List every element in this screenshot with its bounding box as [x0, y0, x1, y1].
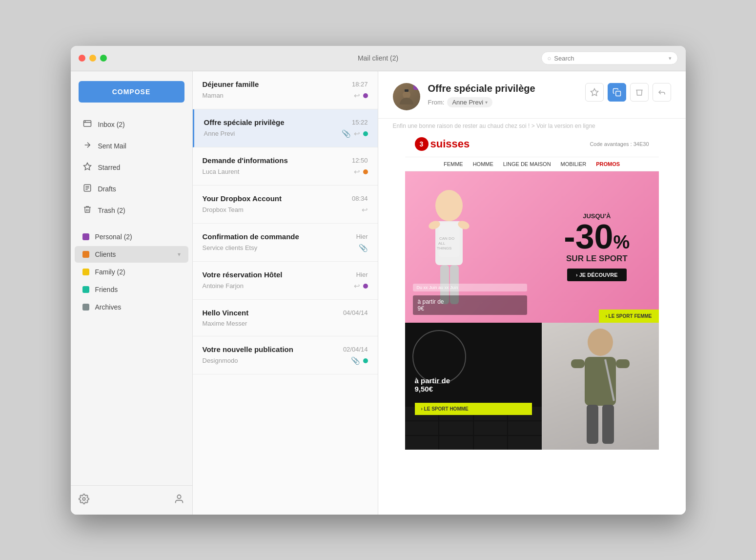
reply-icon: ↩	[354, 167, 360, 176]
svg-rect-23	[585, 357, 616, 406]
email-item[interactable]: Your Dropbox Account 08:34 Dropbox Team …	[193, 186, 378, 224]
personal-dot	[82, 233, 89, 240]
bottom-right	[542, 323, 659, 450]
archives-label: Archives	[95, 303, 122, 311]
reply-icon: ↩	[354, 91, 360, 100]
detail-actions	[585, 83, 671, 102]
sidebar: COMPOSE Inbox (2) Sent Mail	[71, 71, 193, 515]
delete-button[interactable]	[630, 83, 649, 102]
from-label: From:	[428, 99, 445, 106]
archives-dot	[82, 304, 89, 311]
email-from: Antoine Farjon	[203, 282, 244, 290]
minimize-button[interactable]	[89, 55, 96, 62]
sidebar-item-inbox[interactable]: Inbox (2)	[75, 114, 188, 135]
search-input[interactable]	[554, 55, 666, 62]
email-time: 12:50	[352, 157, 368, 164]
nav-homme[interactable]: HOMME	[473, 161, 493, 167]
email-time: 02/04/14	[343, 346, 368, 353]
man-silhouette	[561, 323, 639, 450]
bottom-left: à partir de9,50€ › LE SPORT HOMME	[405, 323, 542, 450]
attachment-icon: 📎	[359, 244, 368, 252]
email-icons: 📎 ↩	[342, 129, 368, 138]
email-from: Maxime Messer	[203, 320, 247, 327]
email-item[interactable]: Votre nouvelle publication 02/04/14 Desi…	[193, 336, 378, 374]
chevron-icon: ▾	[485, 100, 488, 105]
sport-femme-btn[interactable]: › LE SPORT FEMME	[599, 310, 659, 323]
sidebar-item-personal[interactable]: Personal (2)	[75, 228, 188, 245]
sidebar-item-archives[interactable]: Archives	[75, 299, 188, 315]
email-sender: Votre réservation Hôtel	[203, 270, 283, 279]
email-from: Luca Laurent	[203, 168, 240, 175]
email-item[interactable]: Déjeuner famille 18:27 Maman ↩	[193, 71, 378, 109]
email-from: Service clients Etsy	[203, 244, 258, 251]
sport-homme-btn[interactable]: › LE SPORT HOMME	[415, 403, 532, 415]
status-dot	[363, 358, 368, 363]
traffic-lights	[79, 55, 107, 62]
drafts-label: Drafts	[98, 185, 181, 193]
nav-femme[interactable]: FEMME	[444, 161, 463, 167]
family-dot	[82, 269, 89, 275]
email-icons: ↩	[362, 206, 368, 214]
email-from: Maman	[203, 92, 224, 99]
sidebar-item-friends[interactable]: Friends	[75, 281, 188, 298]
email-item[interactable]: Votre réservation Hôtel Hier Antoine Far…	[193, 262, 378, 300]
email-item[interactable]: Demande d'informations 12:50 Luca Lauren…	[193, 147, 378, 186]
email-item[interactable]: Hello Vincent 04/04/14 Maxime Messer	[193, 300, 378, 336]
status-dot	[363, 169, 368, 174]
svg-rect-24	[571, 359, 585, 368]
sidebar-item-drafts[interactable]: Drafts	[75, 179, 188, 199]
trash-label: Trash (2)	[98, 207, 181, 214]
sidebar-item-family[interactable]: Family (2)	[75, 264, 188, 280]
clients-dot	[82, 251, 89, 258]
from-name: Anne Previ	[452, 99, 483, 106]
svg-text:CAN DO: CAN DO	[439, 236, 454, 241]
search-bar[interactable]: ○ ▾	[541, 52, 678, 65]
sidebar-item-trash[interactable]: Trash (2)	[75, 200, 188, 221]
sur-le-sport: SUR LE SPORT	[564, 254, 630, 264]
labels-section: Personal (2) Clients ▾ Family (2) Friend…	[75, 228, 188, 315]
copy-button[interactable]	[608, 83, 626, 102]
email-icons: ↩	[354, 282, 368, 290]
profile-icon[interactable]	[174, 494, 184, 507]
from-pill[interactable]: Anne Previ ▾	[447, 97, 492, 107]
compose-button[interactable]: COMPOSE	[79, 81, 184, 103]
close-button[interactable]	[79, 55, 85, 62]
email-item[interactable]: Offre spéciale privilège 15:22 Anne Prev…	[193, 109, 378, 147]
maximize-button[interactable]	[100, 55, 107, 62]
settings-icon[interactable]	[79, 494, 89, 507]
nav-promos[interactable]: PROMOS	[596, 161, 620, 167]
email-sender: Confirmation de commande	[203, 232, 299, 241]
star-button[interactable]	[585, 83, 604, 102]
title-bar: Mail client (2) ○ ▾	[71, 46, 686, 71]
status-dot	[363, 131, 368, 136]
sidebar-item-starred[interactable]: Starred	[75, 157, 188, 178]
nav-linge[interactable]: LINGE DE MAISON	[503, 161, 551, 167]
status-dot	[363, 93, 368, 98]
sidebar-item-clients[interactable]: Clients ▾	[75, 246, 188, 263]
main-content: COMPOSE Inbox (2) Sent Mail	[71, 71, 686, 515]
chevron-down-icon: ▾	[669, 55, 672, 62]
promo-bottom: à partir de9,50€ › LE SPORT HOMME	[405, 323, 659, 450]
sidebar-nav: Inbox (2) Sent Mail Starred	[71, 114, 192, 485]
svg-marker-1	[83, 163, 91, 169]
starred-label: Starred	[98, 164, 181, 171]
email-icons: ↩	[354, 167, 368, 176]
email-from: Designmodo	[203, 357, 238, 364]
email-item[interactable]: Confirmation de commande Hier Service cl…	[193, 224, 378, 262]
nav-mobilier[interactable]: MOBILIER	[561, 161, 587, 167]
svg-text:THINGS: THINGS	[437, 246, 451, 250]
star-icon	[82, 162, 92, 173]
svg-rect-11	[615, 91, 620, 96]
email-sender: Votre nouvelle publication	[203, 345, 293, 353]
promo-nav: FEMME HOMME LINGE DE MAISON MOBILIER PRO…	[405, 157, 659, 171]
personal-label: Personal (2)	[95, 233, 132, 241]
email-time: 15:22	[352, 119, 368, 126]
attachment-icon: 📎	[342, 129, 351, 138]
avatar-badge	[413, 83, 420, 90]
sidebar-footer	[71, 485, 192, 515]
email-time: 18:27	[352, 81, 368, 88]
sidebar-item-sent[interactable]: Sent Mail	[75, 136, 188, 156]
je-decouvre-btn[interactable]: › JE DÉCOUVRE	[567, 269, 627, 281]
reply-button[interactable]	[653, 83, 671, 102]
reply-icon: ↩	[354, 282, 360, 290]
